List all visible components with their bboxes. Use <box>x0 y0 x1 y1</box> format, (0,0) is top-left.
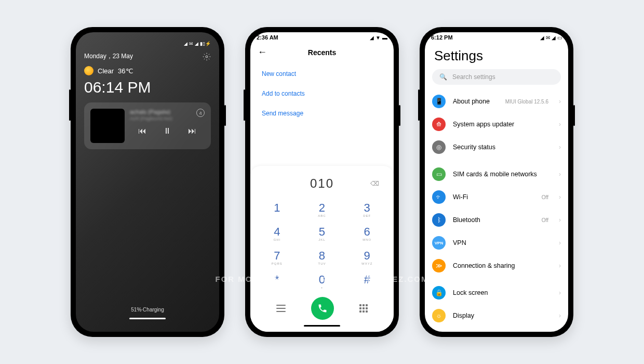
setting-row[interactable]: ▭SIM cards & mobile networks› <box>432 163 561 186</box>
setting-row[interactable]: ◎Security status› <box>432 136 561 159</box>
number-input: 010 <box>310 176 334 191</box>
mail-icon: ✉ <box>546 35 550 41</box>
track-title: achals (Pagalw) <box>130 109 172 115</box>
status-bar: ◢ ✉ ◢ ▮▯⚡ <box>84 40 211 48</box>
key-0[interactable]: 0+ <box>301 270 344 292</box>
key-5[interactable]: 5JKL <box>301 222 344 244</box>
key-6[interactable]: 6MNO <box>345 222 388 244</box>
setting-icon: ᛒ <box>432 213 446 227</box>
chevron-right-icon: › <box>559 98 561 105</box>
dialer-actions: New contact Add to contacts Send message <box>250 64 394 123</box>
setting-row[interactable]: ☼Display› <box>432 304 561 327</box>
setting-label: VPN <box>453 239 548 246</box>
setting-label: About phone <box>453 98 498 105</box>
key-2[interactable]: 2ABC <box>301 198 344 220</box>
weather-condition: Clear <box>98 67 114 75</box>
setting-label: Bluetooth <box>453 216 534 224</box>
setting-label: Display <box>453 312 548 319</box>
setting-icon: ⟰ <box>432 118 446 131</box>
send-message-link[interactable]: Send message <box>259 103 385 123</box>
key-7[interactable]: 7PQRS <box>256 246 299 268</box>
setting-value: MIUI Global 12.5.6 <box>505 99 548 105</box>
back-button[interactable]: ← <box>258 47 267 58</box>
chevron-right-icon: › <box>559 216 561 224</box>
keypad-grid: 1 2ABC3DEF4GHI5JKL6MNO7PQRS8TUV9WXYZ* 0+… <box>256 198 388 292</box>
key-8[interactable]: 8TUV <box>301 246 344 268</box>
sun-icon <box>84 66 93 75</box>
chevron-right-icon: › <box>559 144 561 151</box>
phone-settings: 6:12 PM ◢✉◢▭ Settings 🔍 Search settings … <box>420 27 573 337</box>
music-player-widget[interactable]: achals (Pagalw) Achl (Paglworld.Net) ♫ ⏮… <box>84 102 211 149</box>
lockscreen: ◢ ✉ ◢ ▮▯⚡ Monday，23 May Clear 36℃ 06:14 … <box>76 32 219 332</box>
pause-button[interactable]: ⏸ <box>163 126 171 136</box>
signal-icon: ◢ <box>184 41 187 46</box>
setting-row[interactable]: VPNVPN› <box>432 231 561 254</box>
track-artist: Achl (Paglworld.Net) <box>130 116 172 121</box>
backspace-button[interactable]: ⌫ <box>369 179 380 188</box>
clock-time: 06:14 PM <box>84 79 211 96</box>
status-time: 2:36 AM <box>257 34 278 41</box>
status-time: 6:12 PM <box>431 34 453 41</box>
phone-dialer: 2:36 AM ◢▼▬ ← Recents New contact Add to… <box>245 27 399 337</box>
signal-icon: ◢ <box>370 35 374 41</box>
status-bar: 6:12 PM ◢✉◢▭ <box>425 32 568 41</box>
battery-icon: ▬ <box>382 35 387 41</box>
chevron-right-icon: › <box>559 193 561 201</box>
date-label: Monday，23 May <box>84 52 133 61</box>
prev-button[interactable]: ⏮ <box>138 126 146 136</box>
search-placeholder: Search settings <box>452 73 495 81</box>
dialer-screen: 2:36 AM ◢▼▬ ← Recents New contact Add to… <box>250 32 394 332</box>
call-button[interactable] <box>311 297 334 320</box>
headphones-icon: ♫ <box>196 109 205 117</box>
search-icon: 🔍 <box>439 73 447 81</box>
setting-label: SIM cards & mobile networks <box>453 171 548 178</box>
setting-value: Off <box>542 217 548 223</box>
setting-row[interactable]: ≫Connection & sharing› <box>432 254 561 277</box>
setting-icon: ◎ <box>432 140 446 154</box>
svg-point-0 <box>206 56 208 58</box>
add-to-contacts-link[interactable]: Add to contacts <box>259 84 385 103</box>
weather-temp: 36℃ <box>118 67 133 75</box>
setting-icon: 📱 <box>432 95 446 108</box>
search-input[interactable]: 🔍 Search settings <box>432 69 561 85</box>
setting-row[interactable]: ᛒBluetoothOff› <box>432 209 561 231</box>
status-bar: 2:36 AM ◢▼▬ <box>250 32 394 41</box>
key-1[interactable]: 1 <box>256 198 299 220</box>
setting-icon: ᯤ <box>432 190 446 204</box>
setting-icon: VPN <box>432 236 446 250</box>
weather-widget[interactable]: Clear 36℃ <box>84 66 211 75</box>
home-indicator[interactable] <box>304 325 340 327</box>
battery-icon: ▭ <box>557 35 562 41</box>
home-indicator[interactable] <box>129 318 166 319</box>
setting-label: System apps updater <box>453 121 548 128</box>
chevron-right-icon: › <box>559 262 561 269</box>
signal-icon: ◢ <box>552 35 556 41</box>
signal-icon: ◢ <box>540 35 544 41</box>
gear-icon[interactable] <box>203 53 211 61</box>
keypad-panel: 010 ⌫ 1 2ABC3DEF4GHI5JKL6MNO7PQRS8TUV9WX… <box>250 166 394 332</box>
setting-icon: ≫ <box>432 259 446 272</box>
setting-row[interactable]: 📱About phoneMIUI Global 12.5.6› <box>432 90 561 113</box>
phone-lockscreen: ◢ ✉ ◢ ▮▯⚡ Monday，23 May Clear 36℃ 06:14 … <box>71 27 224 337</box>
chevron-right-icon: › <box>559 121 561 128</box>
chevron-right-icon: › <box>559 239 561 246</box>
setting-row[interactable]: 🔒Lock screen› <box>432 281 561 304</box>
setting-icon: ☼ <box>432 309 446 322</box>
key-9[interactable]: 9WXYZ <box>345 246 388 268</box>
setting-row[interactable]: ⟰System apps updater› <box>432 113 561 136</box>
new-contact-link[interactable]: New contact <box>259 64 385 84</box>
key-4[interactable]: 4GHI <box>256 222 299 244</box>
menu-button[interactable] <box>276 305 286 312</box>
key-#[interactable]: # <box>345 270 388 292</box>
setting-row[interactable]: ᯤWi-FiOff› <box>432 186 561 209</box>
setting-label: Lock screen <box>453 289 548 296</box>
dialpad-toggle-button[interactable] <box>359 304 368 313</box>
page-title: Recents <box>308 48 336 57</box>
setting-icon: 🔒 <box>432 286 446 300</box>
next-button[interactable]: ⏭ <box>188 126 196 136</box>
signal-icon: ◢ <box>195 41 198 46</box>
key-3[interactable]: 3DEF <box>345 198 388 220</box>
setting-row[interactable]: 🔊Sound & vibration› <box>432 327 561 332</box>
chevron-right-icon: › <box>559 312 561 319</box>
key-*[interactable]: * <box>256 270 299 292</box>
